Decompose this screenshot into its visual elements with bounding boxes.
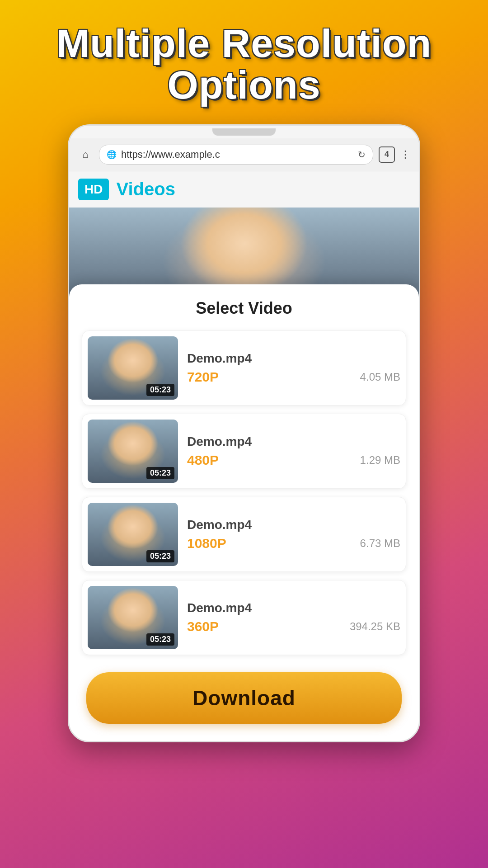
video-duration-3: 05:23 [146,633,174,646]
video-duration-1: 05:23 [146,467,174,479]
video-size-2: 6.73 MB [360,537,400,550]
video-resolution-2: 1080P [187,536,226,551]
video-thumb-0: 05:23 [88,336,178,400]
video-item-1[interactable]: 05:23 Demo.mp4 480P 1.29 MB [82,414,406,489]
page-title: Multiple Resolution Options [43,23,446,106]
video-resolution-row-1: 480P 1.29 MB [187,453,400,468]
video-resolution-3: 360P [187,619,219,634]
phone-mockup: ⌂ 🌐 https://www.example.c ↻ 4 ⋮ HD Video… [68,124,420,742]
refresh-icon[interactable]: ↻ [358,149,366,160]
globe-icon: 🌐 [107,150,117,160]
site-title: Videos [116,179,175,199]
video-size-1: 1.29 MB [360,454,400,467]
video-filename-3: Demo.mp4 [187,601,400,615]
video-item-3[interactable]: 05:23 Demo.mp4 360P 394.25 KB [82,580,406,655]
video-thumb-2: 05:23 [88,503,178,566]
video-resolution-row-3: 360P 394.25 KB [187,619,400,634]
video-thumb-1: 05:23 [88,420,178,483]
video-resolution-1: 480P [187,453,219,468]
video-list: 05:23 Demo.mp4 720P 4.05 MB 05:23 Demo.m… [82,330,406,655]
video-filename-2: Demo.mp4 [187,518,400,532]
browser-chrome: ⌂ 🌐 https://www.example.c ↻ 4 ⋮ [69,138,419,171]
video-resolution-0: 720P [187,369,219,385]
video-item-2[interactable]: 05:23 Demo.mp4 1080P 6.73 MB [82,497,406,572]
video-size-3: 394.25 KB [350,620,400,633]
video-filename-1: Demo.mp4 [187,434,400,449]
video-filename-0: Demo.mp4 [187,351,400,366]
phone-notch [212,128,276,136]
video-size-0: 4.05 MB [360,371,400,383]
video-item-0[interactable]: 05:23 Demo.mp4 720P 4.05 MB [82,330,406,406]
video-resolution-row-0: 720P 4.05 MB [187,369,400,385]
video-resolution-row-2: 1080P 6.73 MB [187,536,400,551]
video-info-0: Demo.mp4 720P 4.05 MB [187,351,400,385]
video-thumb-3: 05:23 [88,586,178,649]
address-bar[interactable]: 🌐 https://www.example.c ↻ [99,145,373,165]
home-icon[interactable]: ⌂ [77,146,94,163]
video-duration-2: 05:23 [146,550,174,562]
video-info-3: Demo.mp4 360P 394.25 KB [187,601,400,634]
site-header: HD Videos [69,171,419,208]
browser-menu-icon[interactable]: ⋮ [400,149,411,160]
download-button-wrapper: Download [82,663,406,728]
modal-title: Select Video [82,299,406,318]
download-button[interactable]: Download [86,672,402,724]
hd-badge: HD [78,179,109,200]
tab-count[interactable]: 4 [379,146,395,163]
video-info-2: Demo.mp4 1080P 6.73 MB [187,518,400,551]
url-text: https://www.example.c [121,149,353,160]
video-info-1: Demo.mp4 480P 1.29 MB [187,434,400,468]
phone-notch-area [69,126,419,138]
video-duration-0: 05:23 [146,384,174,396]
select-video-modal: Select Video 05:23 Demo.mp4 720P 4.05 MB… [69,284,419,741]
